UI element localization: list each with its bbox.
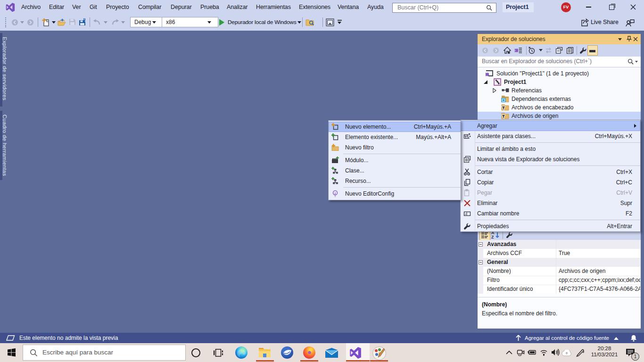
svg-text:x: x <box>464 212 466 215</box>
